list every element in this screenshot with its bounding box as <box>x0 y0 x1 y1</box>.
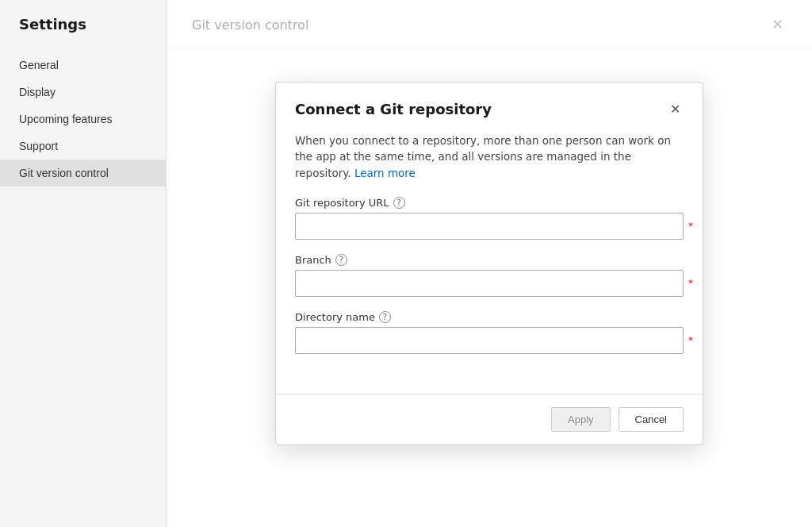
input-wrapper-directory-name: * <box>295 327 684 354</box>
cancel-button[interactable]: Cancel <box>619 407 684 432</box>
learn-more-link[interactable]: Learn more <box>354 167 416 179</box>
modal-footer: Apply Cancel <box>276 394 703 444</box>
required-star-branch: * <box>688 278 693 289</box>
help-icon-branch[interactable]: ? <box>335 254 347 266</box>
form-field-branch: Branch ? * <box>295 254 684 297</box>
modal-close-button[interactable]: ✕ <box>667 98 684 120</box>
sidebar-item-support[interactable]: Support <box>0 133 166 160</box>
sidebar: Settings General Display Upcoming featur… <box>0 0 167 527</box>
directory-name-input[interactable] <box>295 327 684 354</box>
modal-title: Connect a Git repository <box>295 101 492 117</box>
sidebar-item-general[interactable]: General <box>0 52 166 79</box>
label-git-repo-url: Git repository URL ? <box>295 197 684 209</box>
apply-button[interactable]: Apply <box>551 407 611 432</box>
sidebar-item-display[interactable]: Display <box>0 79 166 106</box>
form-field-git-repo-url: Git repository URL ? * <box>295 197 684 240</box>
sidebar-item-upcoming-features[interactable]: Upcoming features <box>0 106 166 133</box>
help-icon-directory-name[interactable]: ? <box>379 311 391 323</box>
sidebar-title: Settings <box>0 16 166 52</box>
modal-dialog: Connect a Git repository ✕ When you conn… <box>275 82 703 445</box>
input-wrapper-git-repo-url: * <box>295 213 684 240</box>
modal-overlay: Connect a Git repository ✕ When you conn… <box>167 0 812 527</box>
input-wrapper-branch: * <box>295 270 684 297</box>
required-star-directory-name: * <box>688 335 693 346</box>
label-branch: Branch ? <box>295 254 684 266</box>
modal-header: Connect a Git repository ✕ <box>276 83 703 133</box>
main-content: Git version control ✕ Connect a Git repo… <box>167 0 812 527</box>
label-directory-name: Directory name ? <box>295 311 684 323</box>
modal-body: When you connect to a repository, more t… <box>276 133 703 384</box>
sidebar-item-git-version-control[interactable]: Git version control <box>0 160 166 187</box>
git-repo-url-input[interactable] <box>295 213 684 240</box>
help-icon-git-repo-url[interactable]: ? <box>393 197 405 209</box>
branch-input[interactable] <box>295 270 684 297</box>
form-field-directory-name: Directory name ? * <box>295 311 684 354</box>
modal-description: When you connect to a repository, more t… <box>295 133 684 181</box>
modal-close-icon: ✕ <box>670 102 680 117</box>
required-star-git-repo-url: * <box>688 221 693 232</box>
